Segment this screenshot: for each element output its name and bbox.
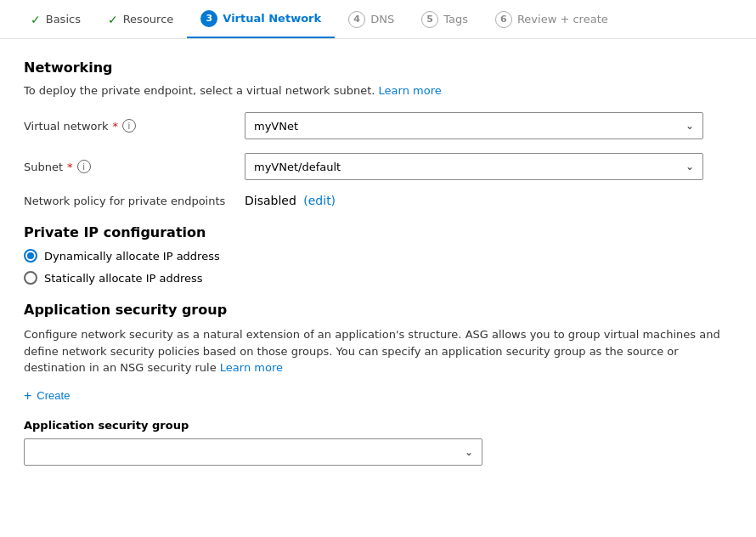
- radio-static-label: Statically allocate IP address: [44, 272, 203, 285]
- virtual-network-row: Virtual network * i myVNet ⌄: [24, 112, 732, 139]
- virtual-network-required: *: [112, 120, 118, 133]
- networking-description: To deploy the private endpoint, select a…: [24, 84, 732, 97]
- virtual-network-label: Virtual network * i: [24, 119, 245, 133]
- subnet-dropdown[interactable]: myVNet/default ⌄: [245, 153, 703, 180]
- dns-step-number: 4: [348, 11, 365, 28]
- subnet-required: *: [67, 161, 73, 173]
- asg-create-button[interactable]: + Create: [24, 388, 70, 404]
- tab-basics[interactable]: ✓ Basics: [17, 0, 94, 38]
- tab-virtual-network[interactable]: 3 Virtual Network: [187, 0, 335, 38]
- subnet-row: Subnet * i myVNet/default ⌄: [24, 153, 732, 180]
- networking-section-title: Networking: [24, 59, 732, 76]
- tab-dns-label: DNS: [370, 13, 394, 25]
- radio-static-outer: [24, 271, 37, 285]
- tab-review-create-label: Review + create: [517, 13, 608, 25]
- ip-config-radio-group: Dynamically allocate IP address Statical…: [24, 249, 732, 285]
- tab-resource-label: Resource: [123, 13, 174, 25]
- asg-field-label: Application security group: [24, 419, 732, 432]
- main-content: Networking To deploy the private endpoin…: [0, 39, 756, 486]
- radio-dynamic[interactable]: Dynamically allocate IP address: [24, 249, 732, 263]
- virtual-network-dropdown-arrow: ⌄: [685, 120, 694, 132]
- asg-section: Application security group Configure net…: [24, 302, 732, 466]
- tags-step-number: 5: [421, 11, 438, 28]
- subnet-info-icon[interactable]: i: [77, 160, 91, 173]
- virtual-network-dropdown[interactable]: myVNet ⌄: [245, 112, 703, 139]
- basics-check-icon: ✓: [31, 13, 41, 26]
- network-policy-label: Network policy for private endpoints: [24, 195, 245, 207]
- network-policy-value-container: Disabled (edit): [245, 194, 336, 207]
- tab-tags[interactable]: 5 Tags: [408, 0, 482, 38]
- asg-dropdown-arrow: ⌄: [465, 446, 473, 458]
- virtual-network-control: myVNet ⌄: [245, 112, 732, 139]
- asg-section-title: Application security group: [24, 302, 732, 318]
- network-policy-edit-link[interactable]: (edit): [303, 194, 336, 207]
- review-create-step-number: 6: [495, 11, 512, 28]
- subnet-dropdown-arrow: ⌄: [685, 161, 694, 172]
- subnet-label: Subnet * i: [24, 160, 245, 173]
- virtual-network-value: myVNet: [254, 120, 298, 133]
- network-policy-row: Network policy for private endpoints Dis…: [24, 194, 732, 207]
- tab-virtual-network-label: Virtual Network: [223, 12, 321, 25]
- tab-resource[interactable]: ✓ Resource: [94, 0, 187, 38]
- plus-icon: +: [24, 388, 31, 404]
- asg-create-label: Create: [37, 389, 70, 402]
- tab-dns[interactable]: 4 DNS: [335, 0, 408, 38]
- asg-description: Configure network security as a natural …: [24, 326, 732, 376]
- radio-static[interactable]: Statically allocate IP address: [24, 271, 732, 285]
- virtual-network-step-number: 3: [200, 10, 217, 27]
- tab-review-create[interactable]: 6 Review + create: [482, 0, 622, 38]
- private-ip-title: Private IP configuration: [24, 224, 732, 240]
- resource-check-icon: ✓: [108, 13, 118, 26]
- private-ip-section: Private IP configuration Dynamically all…: [24, 224, 732, 285]
- network-policy-value: Disabled: [245, 194, 296, 207]
- radio-dynamic-label: Dynamically allocate IP address: [44, 250, 220, 263]
- radio-dynamic-inner: [27, 252, 34, 259]
- networking-desc-text: To deploy the private endpoint, select a…: [24, 84, 375, 97]
- networking-learn-more-link[interactable]: Learn more: [379, 84, 442, 97]
- tab-basics-label: Basics: [46, 13, 81, 25]
- subnet-control: myVNet/default ⌄: [245, 153, 732, 180]
- wizard-nav: ✓ Basics ✓ Resource 3 Virtual Network 4 …: [0, 0, 756, 39]
- radio-dynamic-outer: [24, 249, 37, 263]
- tab-tags-label: Tags: [443, 13, 468, 25]
- virtual-network-info-icon[interactable]: i: [122, 119, 136, 133]
- asg-dropdown[interactable]: ⌄: [24, 438, 482, 466]
- asg-desc-text: Configure network security as a natural …: [24, 328, 720, 374]
- asg-learn-more-link[interactable]: Learn more: [220, 361, 283, 374]
- subnet-value: myVNet/default: [254, 161, 341, 173]
